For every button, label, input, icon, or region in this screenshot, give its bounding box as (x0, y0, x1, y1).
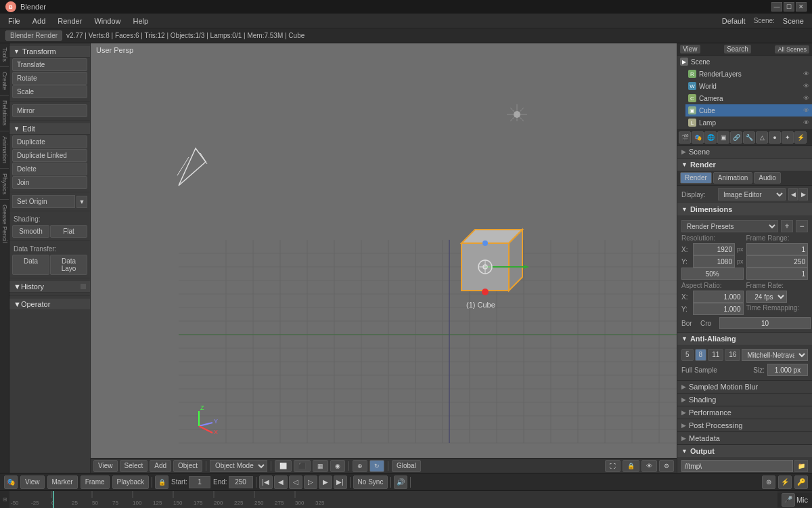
outliner-view-btn[interactable]: View (680, 45, 700, 54)
key-icon[interactable]: 🔑 (794, 475, 808, 489)
view-btn-bottom[interactable]: View (20, 475, 45, 489)
menu-add[interactable]: Add (27, 16, 51, 26)
menu-help[interactable]: Help (128, 16, 154, 26)
aa-5-btn[interactable]: 5 (681, 349, 694, 361)
timeline-ruler[interactable]: -50 -25 0 25 50 75 100 125 150 175 200 2… (9, 491, 777, 508)
duplicate-linked-btn[interactable]: Duplicate Linked (12, 149, 87, 162)
frame-step-field[interactable] (746, 268, 809, 280)
titlebar-controls[interactable]: — ☐ ✕ (771, 2, 807, 12)
outliner-world[interactable]: W World 👁 (685, 80, 812, 92)
jump-to-end-btn[interactable]: ▶| (334, 475, 347, 489)
display-prev-btn[interactable]: ◀ (788, 188, 798, 200)
render-props-btn[interactable]: 🎬 (679, 131, 691, 144)
outliner-renderlayers[interactable]: R RenderLayers 👁 (685, 68, 812, 80)
smooth-btn[interactable]: Smooth (12, 225, 49, 238)
data-layo-btn[interactable]: Data Layo (50, 255, 87, 275)
duplicate-btn[interactable]: Duplicate (12, 135, 87, 148)
dimensions-header[interactable]: ▼ Dimensions (677, 203, 812, 215)
camera-eye[interactable]: 👁 (803, 95, 809, 102)
global-select[interactable]: Global (392, 460, 421, 472)
aa-11-btn[interactable]: 11 (708, 349, 723, 361)
tools-tab[interactable]: Tools (1, 45, 8, 64)
lock-icon[interactable]: 🔒 (155, 475, 168, 489)
mirror-btn[interactable]: Mirror (12, 104, 87, 117)
border-num1[interactable] (719, 317, 811, 329)
add-btn[interactable]: Add (150, 460, 171, 472)
grease-pencil-tab[interactable]: Grease Pencil (1, 202, 8, 246)
scene-select-icon[interactable]: 🎭 (4, 475, 18, 489)
world-eye[interactable]: 👁 (803, 83, 809, 89)
aa-8-btn[interactable]: 8 (695, 349, 707, 361)
display-next-btn[interactable]: ▶ (798, 188, 808, 200)
outliner-scene[interactable]: ▶ Scene (677, 56, 812, 68)
start-frame-input[interactable] (189, 476, 210, 488)
aa-filter-select[interactable]: Mitchell-Netravali (742, 349, 808, 361)
no-sync-btn[interactable]: No Sync (353, 475, 388, 489)
engine-selector[interactable]: Blender Render (5, 30, 62, 41)
performance-section[interactable]: ▶ Performance (677, 406, 812, 419)
outliner-search-btn[interactable]: Search (724, 45, 751, 54)
close-btn[interactable]: ✕ (796, 2, 807, 12)
select-btn[interactable]: Select (120, 460, 148, 472)
rotate-manipulator-btn[interactable]: ↻ (369, 460, 384, 472)
create-tab[interactable]: Create (1, 69, 8, 93)
render-btn[interactable]: ◉ (330, 460, 345, 472)
viewport-lock-btn[interactable]: 🔒 (623, 460, 639, 472)
transform-section-header[interactable]: ▼ Transform (9, 46, 90, 58)
marker-snap-btn[interactable]: ⚡ (778, 475, 792, 489)
res-y-field[interactable] (693, 255, 735, 268)
play-btn[interactable]: ▷ (304, 475, 317, 489)
presets-remove-btn[interactable]: − (796, 220, 808, 232)
next-frame-btn[interactable]: ▶ (319, 475, 332, 489)
render-tab-animation[interactable]: Animation (713, 172, 752, 184)
metadata-section[interactable]: ▶ Metadata (677, 432, 812, 445)
display-select[interactable]: Image Editor (718, 188, 786, 200)
res-x-field[interactable] (693, 243, 735, 255)
aspect-y-field[interactable] (693, 303, 744, 315)
history-header[interactable]: ▼ History (9, 281, 90, 293)
mode-select[interactable]: Object Mode (210, 460, 267, 472)
marker-btn[interactable]: Marker (47, 475, 78, 489)
presets-add-btn[interactable]: + (781, 220, 793, 232)
aa-header[interactable]: ▼ Anti-Aliasing (677, 333, 812, 345)
presets-select[interactable]: Render Presets (681, 220, 778, 232)
operator-header[interactable]: ▼ Operator (9, 299, 90, 310)
data-btn[interactable]: Data (12, 255, 49, 275)
constraints-btn[interactable]: 🔗 (730, 131, 742, 144)
physics-tab[interactable]: Physics (1, 171, 8, 197)
world-props-btn[interactable]: 🌐 (704, 131, 717, 144)
frame-btn[interactable]: Frame (81, 475, 110, 489)
texture-btn[interactable]: ▦ (313, 460, 328, 472)
aspect-x-field[interactable] (693, 291, 744, 303)
view-btn[interactable]: View (93, 460, 118, 472)
workspace-selector[interactable]: Default (717, 16, 751, 26)
renderlayers-eye[interactable]: 👁 (803, 70, 809, 77)
viewport[interactable]: User Persp (91, 43, 677, 473)
output-path-field[interactable] (681, 460, 793, 472)
playback-btn[interactable]: Playback (112, 475, 150, 489)
maximize-btn[interactable]: ☐ (784, 2, 794, 12)
minimize-btn[interactable]: — (771, 2, 782, 12)
audio-icon[interactable]: 🔊 (394, 475, 407, 489)
render-section-header[interactable]: ▼ Render (677, 158, 812, 171)
output-header[interactable]: ▼ Output (677, 445, 812, 457)
jump-to-start-btn[interactable]: |◀ (259, 475, 273, 489)
outliner-camera[interactable]: C Camera 👁 (685, 92, 812, 104)
render-tab-render[interactable]: Render (680, 172, 712, 184)
join-btn[interactable]: Join (12, 176, 87, 189)
particles-btn[interactable]: ✦ (782, 131, 794, 144)
timeline-extra-btn[interactable]: ⊕ (762, 475, 775, 489)
data-btn-icon[interactable]: △ (756, 131, 768, 144)
object-props-btn[interactable]: ▣ (717, 131, 729, 144)
outliner-lamp[interactable]: L Lamp 👁 (685, 117, 812, 129)
play-reverse-btn[interactable]: ◁ (289, 475, 302, 489)
shading-section[interactable]: ▶ Shading (677, 394, 812, 406)
output-browse-btn[interactable]: 📁 (794, 460, 808, 472)
prev-frame-btn[interactable]: ◀ (274, 475, 288, 489)
outliner-all-scenes-btn[interactable]: All Scenes (775, 45, 809, 54)
viewport-overlay-btn[interactable]: 👁 (641, 460, 657, 472)
viewport-settings-btn[interactable]: ⚙ (659, 460, 674, 472)
translate-btn[interactable]: Translate (12, 58, 87, 71)
menu-window[interactable]: Window (89, 16, 126, 26)
menu-file[interactable]: File (3, 16, 26, 26)
